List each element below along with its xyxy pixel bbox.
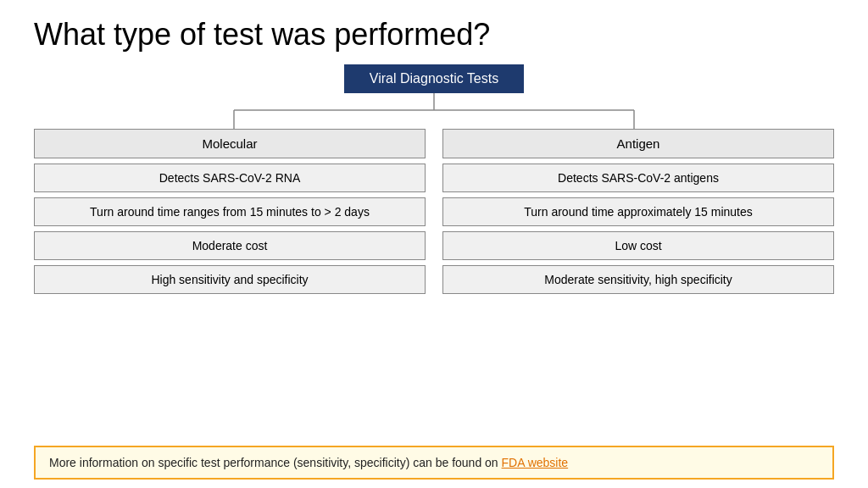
right-item-1: Turn around time approximately 15 minute… [442,197,834,226]
banner-text: More information on specific test perfor… [49,456,498,469]
top-connectors [34,93,834,129]
bottom-banner: More information on specific test perfor… [34,446,834,480]
right-item-2: Low cost [442,231,834,260]
page-title: What type of test was performed? [34,17,834,53]
diagram-area: Viral Diagnostic Tests Molecular Detects… [34,64,834,439]
left-item-0: Detects SARS-CoV-2 RNA [34,164,426,192]
left-item-1: Turn around time ranges from 15 minutes … [34,197,426,226]
right-header: Antigen [442,129,834,158]
left-item-2: Moderate cost [34,231,426,260]
fda-link[interactable]: FDA website [502,456,569,469]
page: What type of test was performed? Viral D… [0,0,868,488]
top-node: Viral Diagnostic Tests [344,64,524,93]
left-header: Molecular [34,129,426,158]
columns: Molecular Detects SARS-CoV-2 RNA Turn ar… [34,129,834,294]
right-item-3: Moderate sensitivity, high specificity [442,265,834,294]
right-column: Antigen Detects SARS-CoV-2 antigens Turn… [442,129,834,294]
left-item-3: High sensitivity and specificity [34,265,426,294]
left-column: Molecular Detects SARS-CoV-2 RNA Turn ar… [34,129,426,294]
right-item-0: Detects SARS-CoV-2 antigens [442,164,834,192]
